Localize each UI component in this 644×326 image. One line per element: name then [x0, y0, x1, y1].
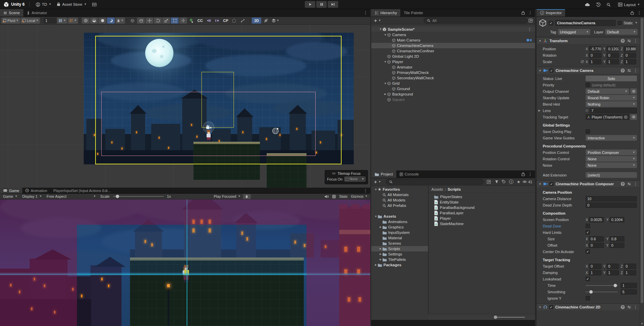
hierarchy-row[interactable]: SecondaryWallCheck [371, 75, 535, 81]
cinemachine-cp-tool[interactable]: CP [222, 18, 230, 24]
property-slider[interactable] [586, 292, 618, 292]
step-button[interactable] [328, 1, 338, 8]
layout-menu[interactable]: Layout▼ [617, 2, 641, 7]
component-foldout-arrow[interactable]: ▼ [539, 306, 541, 309]
asset-row[interactable]: PlayerStates [429, 194, 535, 199]
sphere-outline-tool[interactable] [82, 18, 89, 24]
value-field[interactable]: 1 [624, 59, 636, 64]
component-menu-icon[interactable]: ⋮ [634, 68, 638, 73]
layer-dropdown[interactable]: Default▼ [605, 29, 638, 35]
tree-foldout-arrow[interactable]: ▼ [374, 188, 378, 191]
tree-foldout-arrow[interactable]: ▶ [379, 226, 382, 228]
scene-visibility-layers[interactable]: ▼ [270, 18, 280, 24]
component-enabled-checkbox[interactable]: ✓ [549, 305, 553, 309]
scene-lighting-toggle[interactable] [262, 18, 270, 24]
value-field[interactable]: 0.1202 [607, 46, 619, 52]
sphere-half-tool[interactable] [90, 18, 98, 24]
property-dropdown[interactable]: (select) [586, 172, 637, 178]
inspector-scrollbar[interactable]: ▼ [640, 17, 644, 326]
hierarchy-row[interactable]: Ground [371, 86, 535, 91]
game-view-dropdown[interactable]: Game▼ [1, 194, 20, 199]
tree-foldout-arrow[interactable]: ▶ [379, 258, 382, 261]
tilemap-focus-dropdown[interactable]: None▼ [344, 176, 366, 182]
asset-row[interactable]: #ParallaxBackground [429, 205, 535, 210]
presets-icon[interactable] [627, 305, 631, 309]
snap-settings-button[interactable]: ▼ [68, 18, 78, 24]
hierarchy-row[interactable]: ▼Grid [371, 81, 535, 86]
value-field[interactable]: 10.880 [624, 46, 636, 52]
gear-button[interactable] [630, 88, 637, 94]
lock-icon[interactable] [521, 11, 525, 15]
rect-tool[interactable] [171, 18, 179, 24]
value-field[interactable]: 0.1004 [610, 217, 624, 222]
property-checkbox[interactable]: ✓ [586, 277, 590, 281]
value-field[interactable]: 0 [586, 202, 637, 208]
property-dropdown[interactable]: Default▼ [586, 88, 629, 94]
project-tree-row[interactable]: Animations [371, 219, 428, 224]
grid-size-input[interactable]: 1 [44, 18, 56, 23]
tree-foldout-arrow[interactable]: ▼ [374, 215, 378, 218]
component-enabled-checkbox[interactable]: ✓ [549, 182, 554, 186]
crescent-tool[interactable] [107, 18, 115, 24]
hierarchy-row[interactable]: CinemachineCamera [371, 43, 535, 48]
project-tree-row[interactable]: InputSystem [371, 230, 428, 235]
component-foldout-arrow[interactable]: ▼ [539, 183, 541, 186]
property-dropdown[interactable]: None▼ [586, 156, 637, 162]
project-tree-row[interactable]: ▶Scripts [371, 246, 428, 251]
scale-slider-thumb[interactable] [116, 195, 119, 198]
spline-path-tool[interactable] [239, 18, 246, 24]
project-tree-row[interactable]: ▼Assets [371, 214, 428, 219]
display-dropdown[interactable]: Display 1▼ [20, 194, 44, 199]
drag-handle-icon[interactable] [332, 173, 336, 174]
player-sprite-scene[interactable] [206, 130, 211, 142]
project-tree-row[interactable]: ▼★Favorites [371, 187, 428, 192]
asset-row[interactable]: #EntityState [429, 199, 535, 205]
hierarchy-search-input[interactable]: All [424, 18, 528, 23]
static-checkbox[interactable] [618, 21, 622, 25]
dashed-circle-tool[interactable] [230, 18, 238, 24]
tree-foldout-arrow[interactable]: ▼ [379, 28, 382, 31]
cloud-button[interactable] [585, 3, 590, 6]
property-dropdown[interactable]: Nothing▼ [586, 101, 637, 107]
project-tree-row[interactable]: All Prefabs [371, 203, 428, 208]
search-window-icon[interactable] [487, 180, 491, 184]
project-create-button[interactable]: ＋▼ [373, 179, 381, 185]
component-enabled-checkbox[interactable]: ✓ [549, 69, 554, 73]
object-picker-icon[interactable] [624, 115, 628, 119]
hierarchy-row[interactable]: Global Light 2D [371, 54, 535, 59]
tab-inspector[interactable]: iInspector [537, 9, 565, 17]
tag-dropdown[interactable]: Untagged▼ [558, 29, 590, 35]
hierarchy-row[interactable]: Main Camera [371, 37, 535, 43]
project-tree-row[interactable]: ▶Graphics [371, 224, 428, 230]
tab-project[interactable]: Project [371, 170, 396, 178]
asset-zoom-slider[interactable] [494, 317, 525, 318]
hierarchy-row[interactable]: ▼Camera [371, 32, 535, 37]
help-icon[interactable]: ? [621, 305, 625, 309]
foldout-arrow[interactable]: ▶ [538, 109, 540, 112]
hierarchy-row[interactable]: ▼Player [371, 59, 535, 64]
value-field[interactable]: 0 [607, 53, 619, 58]
value-field[interactable]: 1 [624, 270, 636, 275]
component-menu-icon[interactable]: ⋮ [634, 38, 638, 43]
tab-tile-palette[interactable]: Tile Palette [400, 9, 426, 17]
property-checkbox[interactable] [586, 129, 590, 134]
value-field[interactable]: 1 [589, 270, 601, 275]
value-field[interactable]: 0 [624, 264, 636, 269]
value-field[interactable]: 0 [589, 264, 601, 269]
value-field[interactable]: 1 [607, 270, 619, 275]
component-foldout-arrow[interactable]: ▼ [539, 69, 541, 72]
search-button[interactable] [607, 3, 611, 7]
tab-player-input-set[interactable]: PlayerInputSet (Input Actions Edi... [50, 188, 114, 193]
hierarchy-row[interactable]: ▼SampleScene*⋮ [371, 27, 535, 32]
project-search-input[interactable] [386, 179, 484, 185]
value-field[interactable]: 10 [586, 196, 637, 201]
scrollbar-thumb[interactable] [641, 18, 643, 303]
tree-foldout-arrow[interactable]: ▶ [379, 247, 382, 250]
project-menu-icon[interactable]: ⋮ [528, 172, 532, 176]
project-tree-row[interactable]: ▶Packages [371, 262, 428, 268]
component-header[interactable]: ▼✓Cinemachine Position Composer?⋮ [537, 180, 640, 188]
value-field[interactable]: 0 [610, 243, 624, 248]
grid-visibility-button[interactable]: ▼ [57, 18, 67, 24]
value-field[interactable]: 0.8 [610, 236, 624, 242]
clip-forward-tool[interactable] [205, 18, 213, 24]
